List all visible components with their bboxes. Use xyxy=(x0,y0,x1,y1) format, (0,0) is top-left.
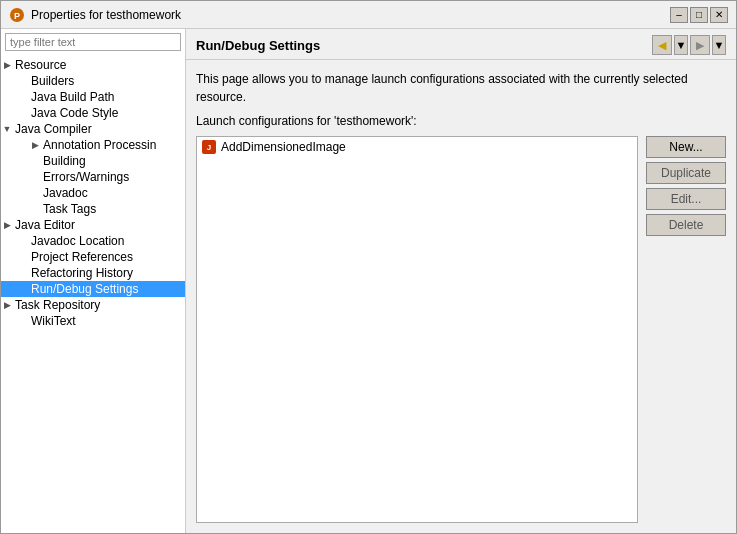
tree-item-label: Task Repository xyxy=(13,298,100,312)
tree-item-label: Run/Debug Settings xyxy=(29,282,138,296)
sidebar-item-building[interactable]: Building xyxy=(1,153,185,169)
sidebar-item-wikitext[interactable]: WikiText xyxy=(1,313,185,329)
sidebar-item-javadoc[interactable]: Javadoc xyxy=(1,185,185,201)
tree-item-label: Java Editor xyxy=(13,218,75,232)
back-dropdown[interactable]: ▼ xyxy=(674,35,688,55)
tree-item-label: Task Tags xyxy=(41,202,96,216)
launch-area: J AddDimensionedImage New...DuplicateEdi… xyxy=(196,136,726,523)
edit-btn[interactable]: Edit... xyxy=(646,188,726,210)
sidebar-item-javadoc-location[interactable]: Javadoc Location xyxy=(1,233,185,249)
sidebar-item-refactoring-history[interactable]: Refactoring History xyxy=(1,265,185,281)
expand-arrow: ▶ xyxy=(29,140,41,150)
tree-area: ▶Resource Builders Java Build Path Java … xyxy=(1,55,185,533)
sidebar-item-java-build-path[interactable]: Java Build Path xyxy=(1,89,185,105)
panel-content: This page allows you to manage launch co… xyxy=(186,60,736,533)
tree-item-label: Building xyxy=(41,154,86,168)
expand-arrow: ▶ xyxy=(1,220,13,230)
content-area: ▶Resource Builders Java Build Path Java … xyxy=(1,29,736,533)
sidebar-item-task-tags[interactable]: Task Tags xyxy=(1,201,185,217)
maximize-button[interactable]: □ xyxy=(690,7,708,23)
minimize-button[interactable]: – xyxy=(670,7,688,23)
no-arrow xyxy=(29,204,41,214)
sidebar-item-java-editor[interactable]: ▶Java Editor xyxy=(1,217,185,233)
tree-item-label: Refactoring History xyxy=(29,266,133,280)
action-buttons: New...DuplicateEdit...Delete xyxy=(646,136,726,523)
tree-item-label: Resource xyxy=(13,58,66,72)
sidebar-item-run-debug-settings[interactable]: Run/Debug Settings xyxy=(1,281,185,297)
tree-item-label: Java Compiler xyxy=(13,122,92,136)
expand-arrow: ▶ xyxy=(1,60,13,70)
app-icon: P xyxy=(9,7,25,23)
no-arrow xyxy=(17,108,29,118)
sidebar-item-project-references[interactable]: Project References xyxy=(1,249,185,265)
close-button[interactable]: ✕ xyxy=(710,7,728,23)
tree-item-label: Project References xyxy=(29,250,133,264)
delete-btn[interactable]: Delete xyxy=(646,214,726,236)
tree-item-label: WikiText xyxy=(29,314,76,328)
tree-item-label: Java Build Path xyxy=(29,90,114,104)
tree-item-label: Javadoc Location xyxy=(29,234,124,248)
expand-arrow: ▼ xyxy=(1,124,13,134)
filter-input[interactable] xyxy=(5,33,181,51)
back-button[interactable]: ◀ xyxy=(652,35,672,55)
expand-arrow: ▶ xyxy=(1,300,13,310)
tree-item-label: Javadoc xyxy=(41,186,88,200)
panel-title: Run/Debug Settings xyxy=(196,38,320,53)
description-text: This page allows you to manage launch co… xyxy=(196,70,726,106)
sidebar-item-annotation-processing[interactable]: ▶Annotation Processin xyxy=(1,137,185,153)
no-arrow xyxy=(17,236,29,246)
panel-header: Run/Debug Settings ◀ ▼ ▶ ▼ xyxy=(186,29,736,60)
no-arrow xyxy=(29,156,41,166)
no-arrow xyxy=(17,316,29,326)
duplicate-btn[interactable]: Duplicate xyxy=(646,162,726,184)
new-btn[interactable]: New... xyxy=(646,136,726,158)
no-arrow xyxy=(17,284,29,294)
title-bar-left: P Properties for testhomework xyxy=(9,7,181,23)
panel-toolbar: ◀ ▼ ▶ ▼ xyxy=(652,35,726,55)
sidebar-item-errors-warnings[interactable]: Errors/Warnings xyxy=(1,169,185,185)
tree-item-label: Errors/Warnings xyxy=(41,170,129,184)
no-arrow xyxy=(17,92,29,102)
launch-item-add-dimensioned-image[interactable]: J AddDimensionedImage xyxy=(197,137,637,157)
no-arrow xyxy=(29,172,41,182)
no-arrow xyxy=(17,252,29,262)
window-title: Properties for testhomework xyxy=(31,8,181,22)
forward-button[interactable]: ▶ xyxy=(690,35,710,55)
svg-text:P: P xyxy=(14,11,20,21)
no-arrow xyxy=(17,268,29,278)
main-panel: Run/Debug Settings ◀ ▼ ▶ ▼ This page all… xyxy=(186,29,736,533)
sidebar-item-task-repository[interactable]: ▶Task Repository xyxy=(1,297,185,313)
tree-item-label: Java Code Style xyxy=(29,106,118,120)
tree-item-label: Builders xyxy=(29,74,74,88)
title-bar: P Properties for testhomework – □ ✕ xyxy=(1,1,736,29)
forward-dropdown[interactable]: ▼ xyxy=(712,35,726,55)
main-window: P Properties for testhomework – □ ✕ ▶Res… xyxy=(0,0,737,534)
launch-list[interactable]: J AddDimensionedImage xyxy=(196,136,638,523)
launch-item-label: AddDimensionedImage xyxy=(221,140,346,154)
sidebar-item-java-compiler[interactable]: ▼Java Compiler xyxy=(1,121,185,137)
sidebar-item-java-code-style[interactable]: Java Code Style xyxy=(1,105,185,121)
no-arrow xyxy=(29,188,41,198)
tree-item-label: Annotation Processin xyxy=(41,138,156,152)
sidebar-item-builders[interactable]: Builders xyxy=(1,73,185,89)
sidebar-item-resource[interactable]: ▶Resource xyxy=(1,57,185,73)
launch-item-icon: J xyxy=(201,139,217,155)
launch-label: Launch configurations for 'testhomework'… xyxy=(196,114,726,128)
window-controls: – □ ✕ xyxy=(670,7,728,23)
no-arrow xyxy=(17,76,29,86)
sidebar: ▶Resource Builders Java Build Path Java … xyxy=(1,29,186,533)
java-icon: J xyxy=(202,140,216,154)
